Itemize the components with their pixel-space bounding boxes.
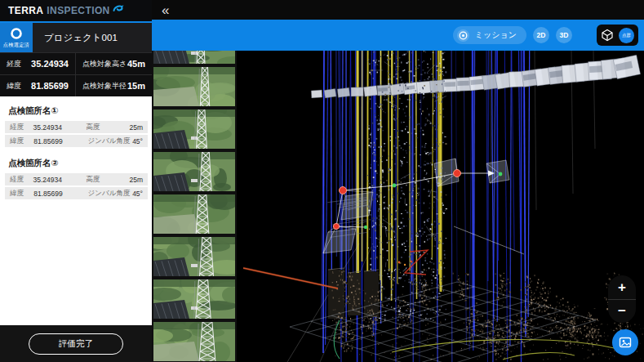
3d-model-toggle-button[interactable] bbox=[601, 29, 614, 42]
main-area: « ミッション 2D 3D 点群 bbox=[152, 0, 644, 362]
inspection-point-section-1: 点検箇所名① 経度 35.24934 高度 25m 緯度 81.85699 ジン… bbox=[0, 96, 152, 149]
3d-viewport[interactable]: + − bbox=[237, 51, 644, 362]
inspection-summary-grid: 経度 35.24934 点検対象高さ 45m 緯度 81.85699 点検対象半… bbox=[0, 52, 152, 96]
longitude-value: 35.24934 bbox=[31, 59, 69, 69]
row-label: 高度 bbox=[86, 123, 129, 132]
longitude-label: 経度 bbox=[7, 59, 21, 69]
row-value: 25m bbox=[129, 176, 143, 184]
waypoint-marker-green[interactable] bbox=[499, 172, 503, 177]
waypoint-marker-red[interactable] bbox=[454, 170, 461, 177]
target-radius-value: 15m bbox=[127, 81, 145, 91]
row-value: 25m bbox=[129, 123, 143, 132]
latitude-cell: 緯度 81.85699 bbox=[0, 74, 76, 96]
section-row: 経度 35.24934 高度 25m bbox=[5, 121, 148, 133]
zoom-in-button[interactable]: + bbox=[608, 275, 636, 299]
row-label: 緯度 bbox=[10, 189, 33, 199]
view-tool-panel: 点群 bbox=[597, 25, 638, 46]
latitude-label: 緯度 bbox=[7, 81, 21, 92]
view-2d-button[interactable]: 2D bbox=[533, 27, 549, 43]
inspection-point-section-2: 点検箇所名② 経度 35.24934 高度 25m 緯度 81.85699 ジン… bbox=[0, 149, 152, 201]
section-title: 点検箇所名① bbox=[0, 101, 152, 121]
row-label: ジンバル角度 bbox=[88, 136, 133, 146]
brand-secondary: INSPECTION bbox=[47, 5, 109, 16]
sidebar-footer: 評価完了 bbox=[0, 325, 152, 362]
sidebar: TERRA INSPECTION 点検選定済 プロジェクト001 経度 35.2… bbox=[0, 0, 152, 362]
target-radius-label: 点検対象半径 bbox=[82, 81, 127, 92]
tower-photo-thumbnail[interactable] bbox=[153, 194, 235, 234]
pointcloud-toggle-button[interactable]: 点群 bbox=[619, 28, 634, 43]
row-value: 35.24934 bbox=[33, 176, 87, 184]
sidebar-spacer bbox=[0, 201, 152, 325]
content: + − bbox=[152, 51, 644, 362]
row-value: 35.24934 bbox=[33, 123, 87, 132]
row-label: 高度 bbox=[86, 175, 129, 185]
section-title: 点検箇所名② bbox=[0, 154, 152, 173]
target-radius-cell: 点検対象半径 15m bbox=[76, 74, 152, 96]
tab-label: 点検選定済 bbox=[3, 42, 29, 49]
waypoint-marker-red[interactable] bbox=[333, 223, 339, 229]
row-label: 経度 bbox=[10, 175, 33, 185]
zoom-control: + − bbox=[608, 275, 636, 323]
top-strip: « bbox=[152, 0, 644, 20]
yellow-base-curve bbox=[503, 353, 575, 360]
sidebar-collapse-button[interactable]: « bbox=[162, 3, 169, 17]
mission-label: ミッション bbox=[475, 29, 517, 41]
project-title: プロジェクト001 bbox=[33, 23, 152, 52]
latitude-value: 81.85699 bbox=[31, 81, 69, 91]
target-height-label: 点検対象高さ bbox=[82, 59, 127, 69]
tower-photo-thumbnail[interactable] bbox=[153, 51, 235, 64]
row-value: 45° bbox=[132, 190, 143, 198]
3d-cube-icon bbox=[601, 29, 614, 42]
tab-inspection-selection[interactable]: 点検選定済 bbox=[0, 23, 33, 52]
evaluation-complete-button[interactable]: 評価完了 bbox=[29, 333, 123, 355]
section-row: 緯度 81.85699 ジンバル角度 45° bbox=[5, 135, 148, 147]
tower-photo-thumbnail[interactable] bbox=[153, 109, 235, 149]
image-card-icon bbox=[618, 335, 633, 350]
target-ring-icon bbox=[10, 27, 23, 40]
view-3d-button[interactable]: 3D bbox=[556, 27, 572, 43]
camera-plane bbox=[486, 160, 509, 183]
mission-beacon-icon bbox=[456, 29, 470, 42]
section-row: 経度 35.24934 高度 25m bbox=[5, 173, 148, 185]
tower-photo-thumbnail[interactable] bbox=[153, 237, 235, 276]
row-value: 81.85699 bbox=[33, 137, 87, 145]
app-logo: TERRA INSPECTION bbox=[0, 0, 152, 23]
green-path-curve bbox=[334, 320, 340, 359]
tower-photo-thumbnail[interactable] bbox=[153, 279, 235, 319]
waypoint-marker-green[interactable] bbox=[393, 184, 397, 188]
longitude-cell: 経度 35.24934 bbox=[0, 52, 76, 74]
small-orange-dot bbox=[398, 261, 401, 264]
mission-button[interactable]: ミッション bbox=[453, 26, 526, 44]
section-row: 緯度 81.85699 ジンバル角度 45° bbox=[5, 187, 148, 199]
app-window: TERRA INSPECTION 点検選定済 プロジェクト001 経度 35.2… bbox=[0, 0, 644, 362]
pointcloud-scene bbox=[237, 51, 644, 362]
target-height-cell: 点検対象高さ 45m bbox=[76, 52, 152, 74]
tower-photo-thumbnail[interactable] bbox=[153, 322, 235, 361]
small-orange-dot bbox=[404, 264, 406, 266]
row-value: 81.85699 bbox=[33, 190, 87, 198]
toolbar: ミッション 2D 3D 点群 bbox=[152, 20, 644, 51]
tower-photo-thumbnail[interactable] bbox=[153, 67, 235, 106]
camera-plane bbox=[341, 192, 373, 220]
photo-thumbnail-list bbox=[152, 51, 237, 362]
row-label: 緯度 bbox=[10, 136, 33, 146]
row-label: ジンバル角度 bbox=[88, 189, 133, 199]
tower-photo-thumbnail[interactable] bbox=[153, 152, 235, 191]
target-height-value: 45m bbox=[127, 59, 145, 69]
waypoint-marker-green[interactable] bbox=[364, 226, 367, 229]
brand-primary: TERRA bbox=[8, 5, 43, 16]
camera-plane bbox=[323, 229, 356, 253]
sidebar-tab-row: 点検選定済 プロジェクト001 bbox=[0, 23, 152, 52]
photo-overlay-button[interactable] bbox=[612, 329, 638, 355]
waypoint-marker-red[interactable] bbox=[340, 187, 347, 194]
row-value: 45° bbox=[132, 137, 143, 145]
logo-swoosh-icon bbox=[113, 2, 124, 14]
row-label: 経度 bbox=[10, 123, 33, 132]
small-orange-dot bbox=[411, 261, 413, 263]
photo-ribbon-layer bbox=[311, 55, 640, 98]
